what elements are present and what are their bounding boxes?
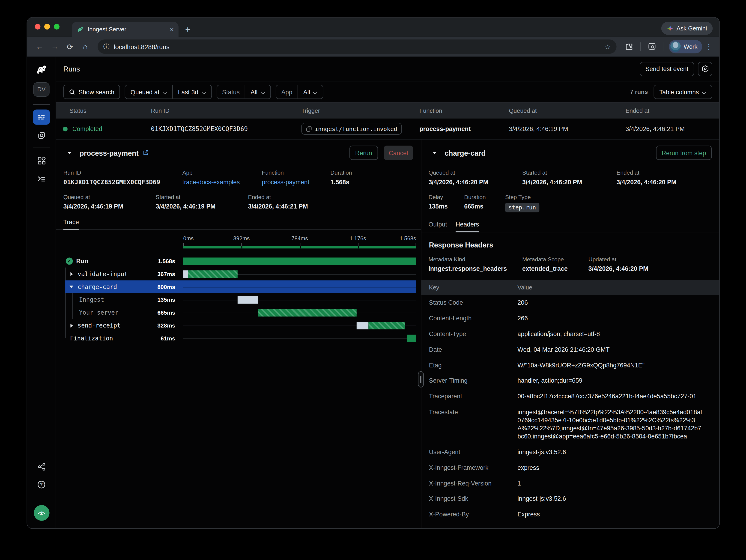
inngest-app: DV xyxy=(27,57,719,528)
tab-output[interactable]: Output xyxy=(428,221,447,232)
site-info-icon[interactable]: ⓘ xyxy=(103,42,110,51)
inngest-logo-icon[interactable] xyxy=(35,63,48,76)
show-search-button[interactable]: Show search xyxy=(63,85,120,99)
response-headers-title: Response Headers xyxy=(429,241,712,249)
chevron-right-icon[interactable] xyxy=(69,272,74,276)
status-filter-dropdown[interactable]: All xyxy=(245,85,270,98)
dev-tools-button[interactable]: </> xyxy=(33,505,49,521)
header-value: express xyxy=(517,464,712,472)
avatar xyxy=(670,41,681,52)
header-value: 00-a8bc2f17c4ccce87cc7376e5246a221b-f4ae… xyxy=(517,393,712,401)
trace-bar-queue[interactable] xyxy=(183,270,188,278)
table-row[interactable]: Completed 01KJXD1TQCZ852GMEX0CQF3D69 inn… xyxy=(56,119,719,140)
bookmark-star-icon[interactable]: ☆ xyxy=(605,43,611,51)
browser-menu-icon[interactable]: ⋮ xyxy=(704,42,714,51)
field-value: 3/4/2026, 4:46:20 PM xyxy=(428,178,522,186)
header-row: User-Agentinngest-js:v3.52.6 xyxy=(421,444,719,460)
sidebar-item-share[interactable] xyxy=(33,459,50,474)
tab-close-icon[interactable]: × xyxy=(170,26,174,32)
back-icon[interactable]: ← xyxy=(33,42,46,51)
run-field: Apptrace-docs-examples xyxy=(182,170,262,186)
tab-trace[interactable]: Trace xyxy=(63,218,79,230)
app-filter-dropdown[interactable]: All xyxy=(297,85,323,98)
field-value: 1.568s xyxy=(330,178,413,186)
collapse-run-chevron-icon[interactable] xyxy=(67,151,72,155)
trace-row-your-server[interactable]: Your server665ms xyxy=(65,306,416,319)
sidebar-divider xyxy=(33,148,50,148)
field-value[interactable]: trace-docs-examples xyxy=(182,178,262,186)
settings-button[interactable] xyxy=(698,62,712,76)
field-label: Duration xyxy=(330,170,413,176)
step-detail-pane: charge-card Rerun from step Queued at3/4… xyxy=(421,140,719,528)
header-key: X-Inngest-Sdk xyxy=(429,495,517,503)
rerun-button[interactable]: Rerun xyxy=(349,146,378,160)
trace-bar-solid[interactable] xyxy=(407,334,416,342)
sidebar-item-apps[interactable] xyxy=(33,153,50,168)
chevron-down-icon[interactable] xyxy=(69,285,74,289)
field-value: 3/4/2026, 4:46:20 PM xyxy=(589,265,712,272)
reload-icon[interactable]: ⟳ xyxy=(63,42,77,51)
sidebar-item-help[interactable]: ? xyxy=(33,477,50,492)
trigger-badge[interactable]: inngest/function.invoked xyxy=(301,123,402,135)
field-value: 665ms xyxy=(464,203,505,210)
queued-at-dropdown[interactable]: Queued at xyxy=(125,85,172,98)
sidebar-item-functions[interactable] xyxy=(33,171,50,186)
trace-bar-solid[interactable] xyxy=(183,257,416,265)
cancel-button[interactable]: Cancel xyxy=(383,146,413,160)
trace-bar-queue[interactable] xyxy=(356,322,368,329)
trace-row-finalization[interactable]: Finalization61ms xyxy=(65,332,416,345)
trace-row-inngest[interactable]: Inngest135ms xyxy=(65,293,416,306)
trace-row-charge-card[interactable]: charge-card800ms xyxy=(65,281,416,293)
trace-bar-hatch[interactable] xyxy=(188,270,238,278)
trace-row-send-receipt[interactable]: send-receipt328ms xyxy=(65,319,416,332)
trace-step-duration: 328ms xyxy=(157,322,175,329)
env-badge[interactable]: DV xyxy=(33,82,49,97)
trace-bar-hatch[interactable] xyxy=(368,322,405,329)
field-value: 3/4/2026, 4:46:21 PM xyxy=(248,203,413,210)
url-text[interactable]: localhost:8288/runs xyxy=(114,43,600,50)
browser-profile-button[interactable]: Work xyxy=(669,40,702,53)
tab-headers[interactable]: Headers xyxy=(456,221,479,233)
trace-row-run[interactable]: ✓Run1.568s xyxy=(63,255,416,268)
rerun-from-step-button[interactable]: Rerun from step xyxy=(656,146,712,160)
timeline-minimap[interactable] xyxy=(183,246,416,248)
sidebar-item-runs[interactable] xyxy=(33,110,50,125)
home-icon[interactable]: ⌂ xyxy=(79,42,92,51)
table-columns-button[interactable]: Table columns xyxy=(654,85,712,99)
chevron-right-icon[interactable] xyxy=(69,323,74,327)
forward-icon[interactable]: → xyxy=(48,42,61,51)
minimize-window-button[interactable] xyxy=(44,24,50,29)
send-test-event-button[interactable]: Send test event xyxy=(640,62,694,76)
browser-window: Inngest Server × + Ask Gemini ← → ⟳ ⌂ ⓘ … xyxy=(27,18,719,528)
kv-column-header: Value xyxy=(517,284,712,291)
header-key: X-Inngest-Framework xyxy=(429,464,517,472)
field-value[interactable]: process-payment xyxy=(262,178,330,186)
trace-bar-queue[interactable] xyxy=(238,296,258,303)
step-fields-row2: Delay135msDuration665msStep Typestep.run xyxy=(428,194,712,212)
run-fields-row1: Run ID01KJXD1TQCZ852GMEX0CQF3D69Apptrace… xyxy=(63,170,413,186)
close-window-button[interactable] xyxy=(35,24,40,29)
trace-step-name: send-receipt xyxy=(78,322,120,329)
header-key: Date xyxy=(429,346,517,354)
ask-gemini-button[interactable]: Ask Gemini xyxy=(661,22,713,35)
status-filter[interactable]: Status All xyxy=(217,85,271,99)
external-link-icon[interactable] xyxy=(143,149,149,156)
collapse-step-chevron-icon[interactable] xyxy=(433,151,437,155)
address-bar[interactable]: ⓘ localhost:8288/runs ☆ xyxy=(97,39,616,54)
app-filter[interactable]: App All xyxy=(276,85,324,99)
time-range-dropdown[interactable]: Last 3d xyxy=(172,85,211,98)
header-row: EtagW/"10a-W8k9rUOR+zZG9xQQp8hg7694N1E" xyxy=(421,358,719,374)
trace-bar-hatch[interactable] xyxy=(258,308,356,316)
filter-bar: Show search Queued at Last 3d Status All… xyxy=(56,81,719,103)
sidebar-item-events[interactable] xyxy=(33,127,50,143)
extensions-icon[interactable] xyxy=(622,42,636,52)
browser-tab[interactable]: Inngest Server × xyxy=(72,22,178,37)
new-tab-button[interactable]: + xyxy=(185,25,190,34)
reading-mode-search-icon[interactable] xyxy=(645,42,659,52)
trace-step-name: Your server xyxy=(79,309,119,316)
queued-at-filter[interactable]: Queued at Last 3d xyxy=(125,85,211,99)
pane-resize-handle[interactable] xyxy=(418,371,424,387)
trace-row-validate-input[interactable]: validate-input367ms xyxy=(65,268,416,281)
zoom-window-button[interactable] xyxy=(54,24,59,29)
queued-at-cell: 3/4/2026, 4:46:19 PM xyxy=(509,125,626,132)
